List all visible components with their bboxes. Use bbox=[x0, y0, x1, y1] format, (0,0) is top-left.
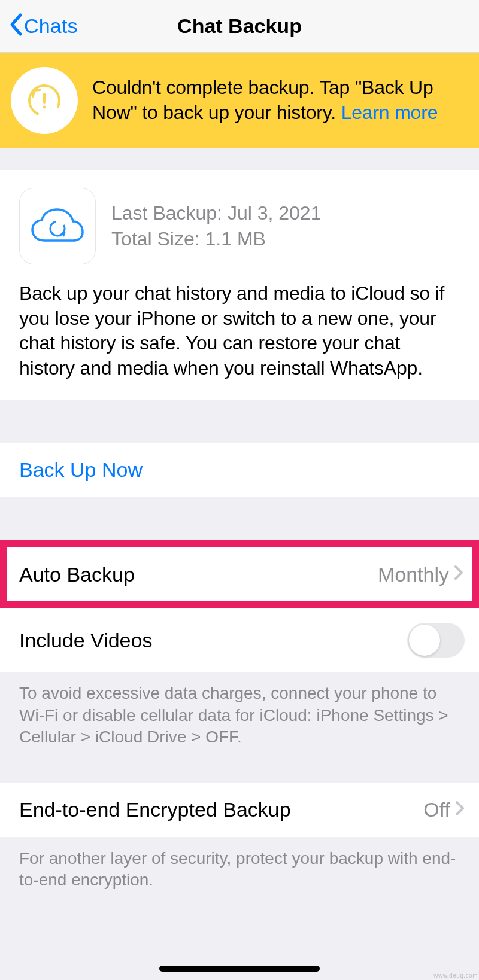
watermark: www.deuq.com bbox=[433, 972, 478, 979]
e2e-backup-label: End-to-end Encrypted Backup bbox=[19, 798, 291, 821]
back-up-now-button[interactable]: Back Up Now bbox=[0, 443, 479, 497]
e2e-backup-value: Off bbox=[423, 798, 450, 821]
backup-stats: Last Backup: Jul 3, 2021 Total Size: 1.1… bbox=[111, 200, 321, 252]
total-size-value: 1.1 MB bbox=[205, 228, 266, 249]
last-backup-label: Last Backup: bbox=[111, 202, 228, 224]
auto-backup-label: Auto Backup bbox=[19, 563, 135, 586]
data-charges-notice: To avoid excessive data charges, connect… bbox=[0, 672, 479, 759]
backup-warning-icon bbox=[11, 67, 78, 134]
last-backup-value: Jul 3, 2021 bbox=[228, 202, 322, 224]
include-videos-label: Include Videos bbox=[19, 629, 152, 652]
include-videos-row: Include Videos bbox=[0, 608, 479, 672]
back-label: Chats bbox=[24, 14, 78, 38]
learn-more-link[interactable]: Learn more bbox=[341, 102, 438, 123]
home-indicator[interactable] bbox=[159, 966, 320, 972]
chevron-right-icon bbox=[454, 564, 463, 585]
banner-text: Couldn't complete backup. Tap "Back Up N… bbox=[92, 75, 462, 125]
e2e-notice: For another layer of security, protect y… bbox=[0, 837, 479, 902]
toggle-knob bbox=[409, 625, 440, 656]
chevron-right-icon bbox=[455, 800, 465, 820]
total-size-label: Total Size: bbox=[111, 228, 205, 249]
chevron-left-icon bbox=[8, 11, 23, 41]
cloud-backup-icon bbox=[19, 188, 96, 264]
header-bar: Chats Chat Backup bbox=[0, 0, 479, 53]
e2e-backup-row[interactable]: End-to-end Encrypted Backup Off bbox=[0, 783, 479, 837]
backup-info-section: Last Backup: Jul 3, 2021 Total Size: 1.1… bbox=[0, 170, 479, 400]
include-videos-toggle[interactable] bbox=[407, 623, 465, 658]
auto-backup-value: Monthly bbox=[378, 563, 449, 586]
backup-info-header: Last Backup: Jul 3, 2021 Total Size: 1.1… bbox=[19, 188, 460, 264]
warning-banner[interactable]: Couldn't complete backup. Tap "Back Up N… bbox=[0, 53, 479, 148]
highlight-annotation: Auto Backup Monthly bbox=[0, 540, 479, 608]
svg-point-2 bbox=[43, 106, 46, 109]
auto-backup-row[interactable]: Auto Backup Monthly bbox=[7, 547, 472, 601]
backup-options-group: Auto Backup Monthly Include Videos bbox=[0, 540, 479, 672]
back-button[interactable]: Chats bbox=[0, 11, 78, 41]
encryption-group: End-to-end Encrypted Backup Off bbox=[0, 783, 479, 837]
backup-description: Back up your chat history and media to i… bbox=[19, 281, 460, 381]
